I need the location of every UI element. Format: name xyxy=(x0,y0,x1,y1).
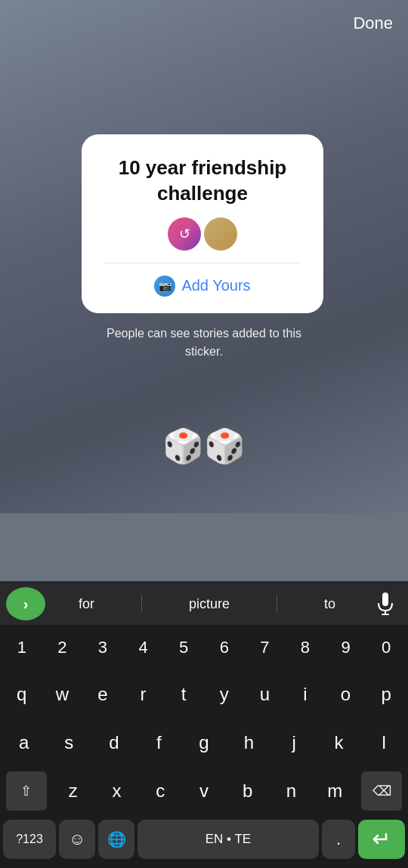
key-7[interactable]: 7 xyxy=(248,629,281,666)
dice-area: 🎲🎲 xyxy=(162,426,246,466)
key-c[interactable]: c xyxy=(143,771,178,811)
svg-rect-2 xyxy=(382,614,389,615)
number-row: 1 2 3 4 5 6 7 8 9 0 xyxy=(0,625,408,670)
pred-word-3[interactable]: to xyxy=(317,593,343,615)
key-y[interactable]: y xyxy=(207,675,242,714)
key-v[interactable]: v xyxy=(187,771,221,811)
key-o[interactable]: o xyxy=(329,675,363,714)
key-x[interactable]: x xyxy=(99,771,134,811)
key-0[interactable]: 0 xyxy=(369,629,403,666)
camera-icon: 📷 xyxy=(154,275,175,297)
globe-key[interactable]: 🌐 xyxy=(98,820,134,859)
svg-rect-0 xyxy=(382,593,388,606)
sticker-divider xyxy=(104,263,301,263)
key-z[interactable]: z xyxy=(56,771,91,811)
asdf-row: a s d f g h j k l xyxy=(0,719,408,767)
key-s[interactable]: s xyxy=(51,723,86,762)
key-e[interactable]: e xyxy=(85,675,120,714)
key-w[interactable]: w xyxy=(45,675,79,714)
avatar-1: ↺ xyxy=(168,217,201,251)
sticker-title: 10 year friendship challenge xyxy=(104,155,301,207)
pred-divider-1 xyxy=(141,595,142,613)
qwerty-row: q w e r t y u i o p xyxy=(0,670,408,719)
arrow-icon: ↺ xyxy=(179,226,190,242)
return-key[interactable] xyxy=(358,820,405,859)
pred-word-2[interactable]: picture xyxy=(181,593,237,615)
pred-word-1[interactable]: for xyxy=(71,593,102,615)
key-h[interactable]: h xyxy=(232,723,267,762)
key-g[interactable]: g xyxy=(187,723,221,762)
key-p[interactable]: p xyxy=(369,675,403,714)
key-8[interactable]: 8 xyxy=(289,629,322,666)
avatar-2 xyxy=(204,217,237,251)
space-bar[interactable]: EN • TE xyxy=(138,820,319,859)
key-d[interactable]: d xyxy=(97,723,131,762)
key-6[interactable]: 6 xyxy=(208,629,241,666)
key-k[interactable]: k xyxy=(322,723,357,762)
key-4[interactable]: 4 xyxy=(127,629,160,666)
key-u[interactable]: u xyxy=(247,675,282,714)
key-r[interactable]: r xyxy=(126,675,161,714)
key-f[interactable]: f xyxy=(141,723,176,762)
shift-key[interactable]: ⇧ xyxy=(6,771,47,811)
emoji-key[interactable]: ☺ xyxy=(59,820,95,859)
chevron-button[interactable]: › xyxy=(6,587,45,620)
predictive-bar: › for picture to xyxy=(0,581,408,625)
key-9[interactable]: 9 xyxy=(329,629,363,666)
key-j[interactable]: j xyxy=(277,723,311,762)
key-a[interactable]: a xyxy=(7,723,42,762)
add-yours-button[interactable]: 📷 Add Yours xyxy=(154,275,250,297)
key-t[interactable]: t xyxy=(166,675,201,714)
keyboard: › for picture to 1 2 3 4 5 6 7 8 9 0 xyxy=(0,581,408,868)
key-n[interactable]: n xyxy=(274,771,308,811)
key-i[interactable]: i xyxy=(288,675,323,714)
key-l[interactable]: l xyxy=(366,723,401,762)
num-switch-key[interactable]: ?123 xyxy=(3,820,56,859)
key-3[interactable]: 3 xyxy=(86,629,119,666)
add-yours-label: Add Yours xyxy=(181,277,250,294)
zxcv-row: ⇧ z x c v b n m ⌫ xyxy=(0,767,408,815)
key-q[interactable]: q xyxy=(5,675,39,714)
backspace-key[interactable]: ⌫ xyxy=(361,771,402,811)
bottom-row: ?123 ☺ 🌐 EN • TE . xyxy=(0,815,408,868)
key-1[interactable]: 1 xyxy=(5,629,39,666)
key-m[interactable]: m xyxy=(317,771,352,811)
subtitle-text: People can see stories added to this sti… xyxy=(91,325,317,361)
predictive-words: for picture to xyxy=(45,593,369,615)
sticker-avatars: ↺ xyxy=(168,217,237,251)
pred-divider-2 xyxy=(277,595,277,613)
key-2[interactable]: 2 xyxy=(45,629,79,666)
mic-button[interactable] xyxy=(369,587,402,620)
done-button[interactable]: Done xyxy=(353,14,393,33)
key-b[interactable]: b xyxy=(230,771,265,811)
sticker-card: 10 year friendship challenge ↺ 📷 Add You… xyxy=(82,134,323,313)
key-5[interactable]: 5 xyxy=(167,629,200,666)
period-key[interactable]: . xyxy=(322,820,355,859)
